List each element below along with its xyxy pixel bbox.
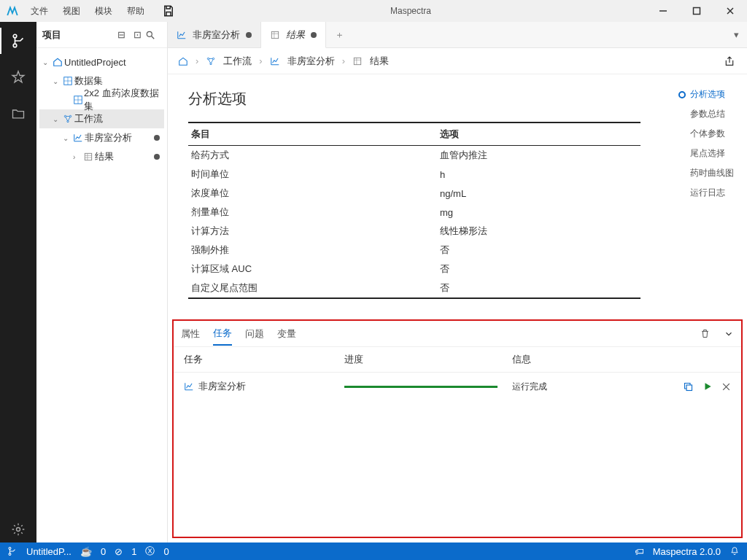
menu-view[interactable]: 视图 xyxy=(57,2,86,20)
tab-result[interactable]: 结果 xyxy=(261,22,326,48)
chart-icon xyxy=(177,30,187,40)
crumb-workflow[interactable]: 工作流 xyxy=(223,55,252,68)
svg-point-23 xyxy=(208,58,209,59)
crumb-home-icon[interactable] xyxy=(178,56,188,66)
panel-tab-task[interactable]: 任务 xyxy=(213,322,232,346)
tab-dirty-icon xyxy=(311,32,317,38)
options-table: 条目选项 给药方式血管内推注时间单位h浓度单位ng/mL剂量单位mg计算方法线性… xyxy=(188,122,640,299)
svg-point-2 xyxy=(13,34,17,38)
table-row: 自定义尾点范围否 xyxy=(188,279,640,298)
menu-help[interactable]: 帮助 xyxy=(121,2,150,20)
table-row: 计算方法线性梯形法 xyxy=(188,222,640,241)
tab-dirty-icon xyxy=(246,32,252,38)
search-icon[interactable] xyxy=(145,30,161,40)
app-title: Maspectra xyxy=(175,6,646,16)
share-icon[interactable] xyxy=(724,55,735,67)
rail-star[interactable] xyxy=(0,64,36,90)
sidebar-title: 项目 xyxy=(42,28,113,42)
activity-bar xyxy=(0,22,36,542)
table-row: 强制外推否 xyxy=(188,241,640,260)
svg-point-31 xyxy=(9,553,11,556)
status-project[interactable]: UntitledP... xyxy=(26,546,71,557)
col-task: 任务 xyxy=(184,353,344,366)
crumb-chart-icon xyxy=(270,56,280,66)
table-row: 计算区域 AUC否 xyxy=(188,260,640,279)
status-branch-icon[interactable] xyxy=(7,546,18,556)
svg-rect-20 xyxy=(271,31,278,38)
tree-nca[interactable]: ⌄非房室分析 xyxy=(39,128,164,147)
svg-rect-16 xyxy=(85,153,91,160)
breadcrumb: › 工作流 › 非房室分析 › 结果 xyxy=(168,48,747,74)
task-close-icon[interactable] xyxy=(721,382,731,392)
crumb-workflow-icon xyxy=(206,56,216,66)
save-button[interactable] xyxy=(162,4,175,18)
tab-add[interactable]: ＋ xyxy=(326,22,352,47)
panel-tab-attr[interactable]: 属性 xyxy=(181,323,200,345)
project-sidebar: 项目 ⊟ ⊡ ⌄UntitledProject ⌄数据集 2x2 血药浓度数据集… xyxy=(36,22,168,542)
col-progress: 进度 xyxy=(344,353,512,366)
svg-point-13 xyxy=(64,115,66,117)
toc-log[interactable]: 运行日志 xyxy=(678,183,743,203)
document-view: 分析选项 条目选项 给药方式血管内推注时间单位h浓度单位ng/mL剂量单位mg计… xyxy=(168,74,674,319)
crumb-nca[interactable]: 非房室分析 xyxy=(287,55,335,68)
tab-nca[interactable]: 非房室分析 xyxy=(168,22,261,47)
window-maximize[interactable] xyxy=(680,0,713,22)
collapse-icon[interactable]: ⊟ xyxy=(113,29,129,40)
svg-point-14 xyxy=(69,115,71,117)
svg-point-5 xyxy=(147,31,152,36)
crumb-result[interactable]: 结果 xyxy=(370,55,389,68)
table-row: 时间单位h xyxy=(188,165,640,184)
tree-project[interactable]: ⌄UntitledProject xyxy=(39,52,164,71)
dirty-dot-icon xyxy=(154,154,160,160)
toc-analysis[interactable]: 分析选项 xyxy=(678,85,743,104)
tree-dataset-item[interactable]: 2x2 血药浓度数据集 xyxy=(39,90,164,109)
svg-line-6 xyxy=(152,36,155,39)
svg-rect-26 xyxy=(354,58,360,64)
rail-settings[interactable] xyxy=(0,516,36,542)
heading-analysis: 分析选项 xyxy=(188,89,654,109)
toc-curve[interactable]: 药时曲线图 xyxy=(678,163,743,183)
toc-summary[interactable]: 参数总结 xyxy=(678,104,743,124)
table-row: 给药方式血管内推注 xyxy=(188,146,640,166)
window-close[interactable] xyxy=(713,0,747,22)
task-row[interactable]: 非房室分析 运行完成 xyxy=(174,373,741,400)
status-tag-icon: 🏷 xyxy=(635,546,644,557)
svg-point-30 xyxy=(9,547,11,549)
bottom-panel: 属性 任务 问题 变量 任务 进度 信息 非房室分析 运行完成 xyxy=(172,319,743,538)
toc: 分析选项 参数总结 个体参数 尾点选择 药时曲线图 运行日志 xyxy=(674,74,747,319)
status-db-icon: ☕ xyxy=(80,546,92,557)
panel-tab-var[interactable]: 变量 xyxy=(277,323,296,345)
svg-point-24 xyxy=(213,58,214,59)
titlebar: 文件 视图 模块 帮助 Maspectra xyxy=(0,0,747,22)
table-row: 剂量单位mg xyxy=(188,203,640,222)
panel-trash-icon[interactable] xyxy=(700,324,711,343)
tab-more[interactable]: ▾ xyxy=(725,22,747,47)
app-logo-icon xyxy=(6,4,19,18)
status-version[interactable]: Maspectra 2.0.0 xyxy=(653,546,721,557)
window-minimize[interactable] xyxy=(646,0,680,22)
editor-tabs: 非房室分析 结果 ＋ ▾ xyxy=(168,22,747,48)
progress-bar xyxy=(344,386,498,388)
crumb-table-icon xyxy=(352,56,363,66)
col-info: 信息 xyxy=(512,353,731,366)
menu-file[interactable]: 文件 xyxy=(25,2,54,20)
table-icon xyxy=(270,30,280,40)
panel-tab-issue[interactable]: 问题 xyxy=(245,323,264,345)
rail-folder[interactable] xyxy=(0,101,36,127)
status-bell-icon[interactable] xyxy=(729,546,740,556)
rail-source-control[interactable] xyxy=(0,28,36,54)
task-copy-icon[interactable] xyxy=(683,381,694,392)
menu-module[interactable]: 模块 xyxy=(89,2,118,20)
svg-rect-29 xyxy=(686,385,692,391)
table-row: 浓度单位ng/mL xyxy=(188,184,640,203)
toc-tail[interactable]: 尾点选择 xyxy=(678,144,743,163)
dirty-dot-icon xyxy=(154,135,160,141)
task-run-icon[interactable] xyxy=(703,381,713,392)
svg-rect-1 xyxy=(694,8,700,15)
new-window-icon[interactable]: ⊡ xyxy=(129,29,145,40)
tree-result[interactable]: ›结果 xyxy=(39,147,164,166)
svg-point-25 xyxy=(210,63,212,64)
toc-individual[interactable]: 个体参数 xyxy=(678,124,743,144)
panel-chevron-down-icon[interactable] xyxy=(724,324,734,343)
svg-point-4 xyxy=(17,528,20,532)
